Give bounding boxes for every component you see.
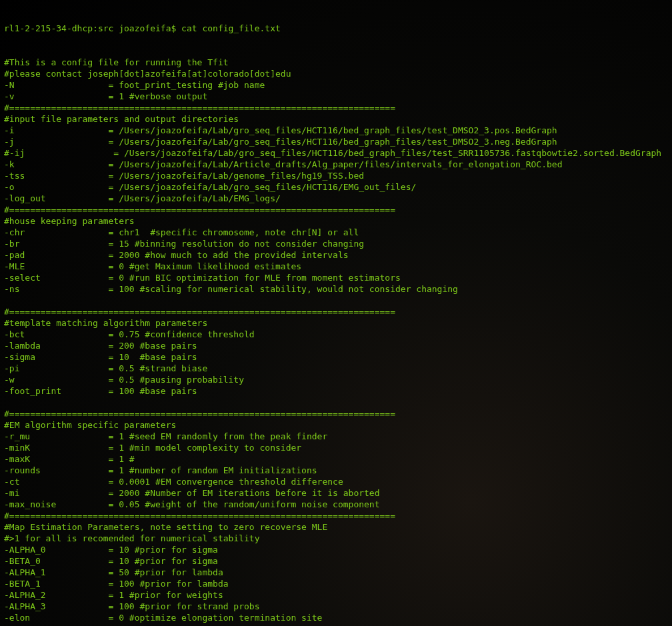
- output-line: #EM algorithm specific parameters: [4, 419, 668, 431]
- output-line: -BETA_0 = 10 #prior for sigma: [4, 555, 668, 567]
- output-line: -rounds = 1 #number of random EM initial…: [4, 465, 668, 476]
- output-line: -v = 1 #verbose output: [4, 91, 668, 102]
- output-line: -bct = 0.75 #confidence threshold: [4, 329, 668, 340]
- output-line: -ns = 100 #scaling for numerical stabili…: [4, 283, 668, 295]
- output-line: -BETA_1 = 100 #prior for lambda: [4, 578, 668, 589]
- output-line: #house keeping parameters: [4, 215, 668, 227]
- output-line: #template matching algorithm parameters: [4, 317, 668, 329]
- output-line: -log_out = /Users/joazofeifa/Lab/EMG_log…: [4, 193, 668, 204]
- output-line: -maxK = 1 #: [4, 453, 668, 465]
- output-line: [4, 397, 668, 408]
- output-line: [4, 623, 668, 626]
- output-line: -ALPHA_3 = 100 #prior for strand probs: [4, 601, 668, 612]
- output-line: -w = 0.5 #pausing probability: [4, 374, 668, 385]
- terminal-window[interactable]: rl1-2-215-34-dhcp:src joazofeifa$ cat co…: [0, 0, 672, 626]
- output-line: #=======================================…: [4, 510, 668, 521]
- output-line: #=======================================…: [4, 204, 668, 215]
- output-line: -sigma = 10 #base pairs: [4, 351, 668, 363]
- output-line: #This is a config file for running the T…: [4, 57, 668, 68]
- output-line: -k = /Users/joazofeifa/Lab/Article_draft…: [4, 159, 668, 170]
- output-line: -pad = 2000 #how much to add the provide…: [4, 249, 668, 261]
- output-line: -pi = 0.5 #strand biase: [4, 363, 668, 374]
- output-line: -mi = 2000 #Number of EM iterations befo…: [4, 487, 668, 499]
- output-line: #input file parameters and output direct…: [4, 113, 668, 125]
- output-line: #-ij = /Users/joazofeifa/Lab/gro_seq_fil…: [4, 147, 668, 159]
- output-line: -elon = 0 #optimize elongation terminati…: [4, 612, 668, 623]
- output-line: #=======================================…: [4, 408, 668, 419]
- output-line: -N = foot_print_testing #job name: [4, 79, 668, 91]
- output-line: -br = 15 #binning resolution do not cons…: [4, 238, 668, 249]
- output-line: #=======================================…: [4, 306, 668, 317]
- prompt-line-1: rl1-2-215-34-dhcp:src joazofeifa$ cat co…: [4, 23, 668, 34]
- output-line: -minK = 1 #min model complexity to consi…: [4, 442, 668, 453]
- output-line: -foot_print = 100 #base pairs: [4, 385, 668, 397]
- file-output: #This is a config file for running the T…: [4, 57, 668, 626]
- output-line: -MLE = 0 #get Maximum likelihood estimat…: [4, 261, 668, 272]
- output-line: #=======================================…: [4, 102, 668, 113]
- output-line: -ALPHA_2 = 1 #prior for weights: [4, 589, 668, 601]
- prompt-text: rl1-2-215-34-dhcp:src joazofeifa$ cat co…: [4, 23, 281, 33]
- output-line: -ct = 0.0001 #EM convergence threshold d…: [4, 476, 668, 487]
- output-line: -r_mu = 1 #seed EM randomly from the pea…: [4, 431, 668, 442]
- output-line: -ALPHA_1 = 50 #prior for lambda: [4, 567, 668, 578]
- output-line: -ALPHA_0 = 10 #prior for sigma: [4, 544, 668, 555]
- output-line: -select = 0 #run BIC optimization for ML…: [4, 272, 668, 283]
- output-line: #please contact joseph[dot]azofeifa[at]c…: [4, 68, 668, 79]
- output-line: [4, 295, 668, 306]
- output-line: -i = /Users/joazofeifa/Lab/gro_seq_files…: [4, 125, 668, 136]
- output-line: #Map Estimation Parameters, note setting…: [4, 521, 668, 533]
- output-line: -lambda = 200 #base pairs: [4, 340, 668, 351]
- output-line: -tss = /Users/joazofeifa/Lab/genome_file…: [4, 170, 668, 181]
- output-line: -chr = chr1 #specific chromosome, note c…: [4, 227, 668, 238]
- output-line: -max_noise = 0.05 #weight of the random/…: [4, 499, 668, 510]
- output-line: -o = /Users/joazofeifa/Lab/gro_seq_files…: [4, 181, 668, 193]
- output-line: #>1 for all is recomended for numerical …: [4, 533, 668, 544]
- output-line: -j = /Users/joazofeifa/Lab/gro_seq_files…: [4, 136, 668, 147]
